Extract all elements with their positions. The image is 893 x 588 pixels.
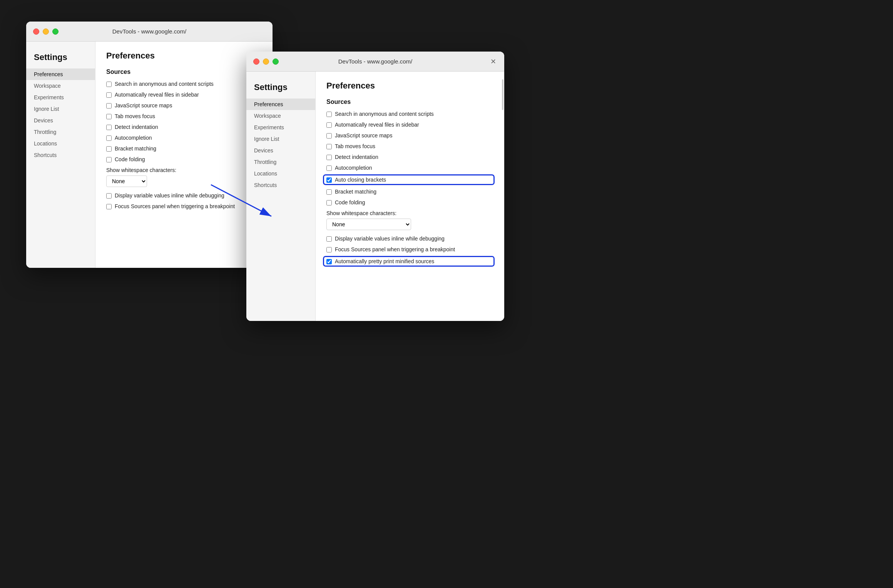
checkbox-autocomp-input[interactable] bbox=[106, 135, 112, 141]
maximize-button-1[interactable] bbox=[52, 28, 59, 35]
settings-close-button-2[interactable]: ✕ bbox=[489, 57, 497, 66]
checkbox-bracket-input[interactable] bbox=[106, 146, 112, 152]
sidebar-2: Settings Preferences Workspace Experimen… bbox=[246, 72, 316, 321]
scrollbar-thumb[interactable] bbox=[502, 79, 503, 110]
titlebar-title-2: DevTools - www.google.com/ bbox=[338, 58, 413, 65]
w2-checkbox-reveal: Automatically reveal files in sidebar bbox=[326, 122, 493, 128]
checkbox-anonymous: Search in anonymous and content scripts bbox=[106, 81, 262, 87]
sidebar-item-throttling-1[interactable]: Throttling bbox=[26, 126, 95, 138]
checkbox-tabfocus: Tab moves focus bbox=[106, 113, 262, 119]
w2-checkbox-reveal-input[interactable] bbox=[326, 122, 332, 128]
w2-checkbox-autocomp-input[interactable] bbox=[326, 165, 332, 171]
sidebar-item-ignorelist-1[interactable]: Ignore List bbox=[26, 103, 95, 115]
checkbox-autocomp-label: Autocompletion bbox=[115, 135, 152, 141]
sidebar-item-experiments-1[interactable]: Experiments bbox=[26, 92, 95, 103]
w2-checkbox-sourcemaps-label: JavaScript source maps bbox=[335, 132, 392, 139]
devtools-window-2: DevTools - www.google.com/ ✕ Settings Pr… bbox=[246, 52, 504, 321]
sidebar-heading-1: Settings bbox=[26, 49, 95, 68]
checkbox-anonymous-input[interactable] bbox=[106, 82, 112, 87]
whitespace-select[interactable]: None All Trailing bbox=[106, 175, 147, 187]
w2-checkbox-tabfocus-label: Tab moves focus bbox=[335, 143, 375, 149]
sidebar-item-preferences-2[interactable]: Preferences bbox=[246, 99, 315, 110]
w2-checkbox-indent-input[interactable] bbox=[326, 155, 332, 160]
close-button-1[interactable] bbox=[33, 28, 39, 35]
checkbox-reveal-label: Automatically reveal files in sidebar bbox=[115, 92, 199, 98]
w2-checkbox-varvalues-input[interactable] bbox=[326, 236, 332, 242]
sidebar-heading-2: Settings bbox=[246, 79, 315, 99]
checkbox-sourcemaps-label: JavaScript source maps bbox=[115, 102, 172, 109]
whitespace-label: Show whitespace characters: bbox=[106, 167, 262, 173]
checkbox-indent-label: Detect indentation bbox=[115, 124, 158, 130]
sidebar-item-workspace-1[interactable]: Workspace bbox=[26, 80, 95, 92]
titlebar-1: DevTools - www.google.com/ bbox=[26, 22, 273, 42]
w2-checkbox-focussources: Focus Sources panel when triggering a br… bbox=[326, 246, 493, 252]
w2-checkbox-focussources-input[interactable] bbox=[326, 247, 332, 252]
checkbox-codefolding-label: Code folding bbox=[115, 156, 145, 162]
w2-whitespace-select[interactable]: None All Trailing bbox=[326, 219, 411, 230]
sidebar-item-devices-1[interactable]: Devices bbox=[26, 115, 95, 126]
w2-checkbox-indent: Detect indentation bbox=[326, 154, 493, 160]
w2-whitespace-select-row: Show whitespace characters: None All Tra… bbox=[326, 210, 493, 230]
traffic-lights-2 bbox=[253, 58, 279, 65]
sidebar-item-devices-2[interactable]: Devices bbox=[246, 145, 315, 156]
checkbox-codefolding-input[interactable] bbox=[106, 157, 112, 162]
sidebar-item-ignorelist-2[interactable]: Ignore List bbox=[246, 133, 315, 145]
checkbox-focussources-label: Focus Sources panel when triggering a br… bbox=[115, 203, 235, 209]
traffic-lights-1 bbox=[33, 28, 59, 35]
checkbox-bracket: Bracket matching bbox=[106, 145, 262, 152]
w2-checkbox-focussources-label: Focus Sources panel when triggering a br… bbox=[335, 246, 455, 252]
checkbox-indent-input[interactable] bbox=[106, 125, 112, 130]
sidebar-item-locations-2[interactable]: Locations bbox=[246, 168, 315, 179]
w2-checkbox-autoclosing: Auto closing brackets bbox=[324, 175, 493, 184]
sidebar-1: Settings Preferences Workspace Experimen… bbox=[26, 42, 95, 268]
whitespace-select-row: Show whitespace characters: None All Tra… bbox=[106, 167, 262, 187]
w2-checkbox-anonymous-label: Search in anonymous and content scripts bbox=[335, 111, 434, 117]
content-area-2: Preferences Sources Search in anonymous … bbox=[316, 72, 504, 321]
w2-checkbox-sourcemaps-input[interactable] bbox=[326, 133, 332, 139]
w2-checkbox-codefolding-label: Code folding bbox=[335, 199, 365, 205]
w2-checkbox-anonymous-input[interactable] bbox=[326, 112, 332, 117]
w2-checkbox-indent-label: Detect indentation bbox=[335, 154, 378, 160]
w2-checkbox-autoclosing-input[interactable] bbox=[326, 177, 332, 183]
checkbox-sourcemaps-input[interactable] bbox=[106, 103, 112, 109]
w2-whitespace-label: Show whitespace characters: bbox=[326, 210, 493, 216]
sidebar-item-shortcuts-1[interactable]: Shortcuts bbox=[26, 149, 95, 161]
checkbox-autocomp: Autocompletion bbox=[106, 135, 262, 141]
devtools-window-1: DevTools - www.google.com/ Settings Pref… bbox=[26, 22, 273, 268]
section-title-2: Sources bbox=[326, 99, 493, 105]
w2-checkbox-autocomp: Autocompletion bbox=[326, 165, 493, 171]
w2-checkbox-codefolding: Code folding bbox=[326, 199, 493, 205]
checkbox-varvalues: Display variable values inline while deb… bbox=[106, 192, 262, 199]
w2-checkbox-bracket-label: Bracket matching bbox=[335, 189, 376, 195]
w2-checkbox-anonymous: Search in anonymous and content scripts bbox=[326, 111, 493, 117]
sidebar-item-preferences-1[interactable]: Preferences bbox=[26, 68, 95, 80]
w2-checkbox-varvalues: Display variable values inline while deb… bbox=[326, 236, 493, 242]
w2-checkbox-autoclosing-label: Auto closing brackets bbox=[335, 177, 386, 183]
settings-body-2: Settings Preferences Workspace Experimen… bbox=[246, 72, 504, 321]
w2-checkbox-prettyprint-input[interactable] bbox=[326, 259, 332, 264]
checkbox-codefolding: Code folding bbox=[106, 156, 262, 162]
content-title-2: Preferences bbox=[326, 81, 493, 91]
maximize-button-2[interactable] bbox=[273, 58, 279, 65]
w2-checkbox-tabfocus-input[interactable] bbox=[326, 144, 332, 149]
sidebar-item-workspace-2[interactable]: Workspace bbox=[246, 110, 315, 122]
checkbox-varvalues-input[interactable] bbox=[106, 193, 112, 199]
w2-checkbox-codefolding-input[interactable] bbox=[326, 200, 332, 205]
w2-checkbox-autocomp-label: Autocompletion bbox=[335, 165, 372, 171]
sidebar-item-shortcuts-2[interactable]: Shortcuts bbox=[246, 179, 315, 191]
checkbox-bracket-label: Bracket matching bbox=[115, 145, 156, 152]
checkbox-focussources-input[interactable] bbox=[106, 204, 112, 209]
checkbox-tabfocus-input[interactable] bbox=[106, 114, 112, 119]
sidebar-item-locations-1[interactable]: Locations bbox=[26, 138, 95, 149]
checkbox-reveal-input[interactable] bbox=[106, 92, 112, 98]
minimize-button-1[interactable] bbox=[43, 28, 49, 35]
minimize-button-2[interactable] bbox=[263, 58, 269, 65]
w2-checkbox-reveal-label: Automatically reveal files in sidebar bbox=[335, 122, 419, 128]
sidebar-item-experiments-2[interactable]: Experiments bbox=[246, 122, 315, 133]
w2-checkbox-bracket: Bracket matching bbox=[326, 189, 493, 195]
sidebar-item-throttling-2[interactable]: Throttling bbox=[246, 156, 315, 168]
w2-checkbox-prettyprint-label: Automatically pretty print minified sour… bbox=[335, 258, 434, 264]
w2-checkbox-bracket-input[interactable] bbox=[326, 189, 332, 195]
checkbox-reveal: Automatically reveal files in sidebar bbox=[106, 92, 262, 98]
close-button-2[interactable] bbox=[253, 58, 259, 65]
